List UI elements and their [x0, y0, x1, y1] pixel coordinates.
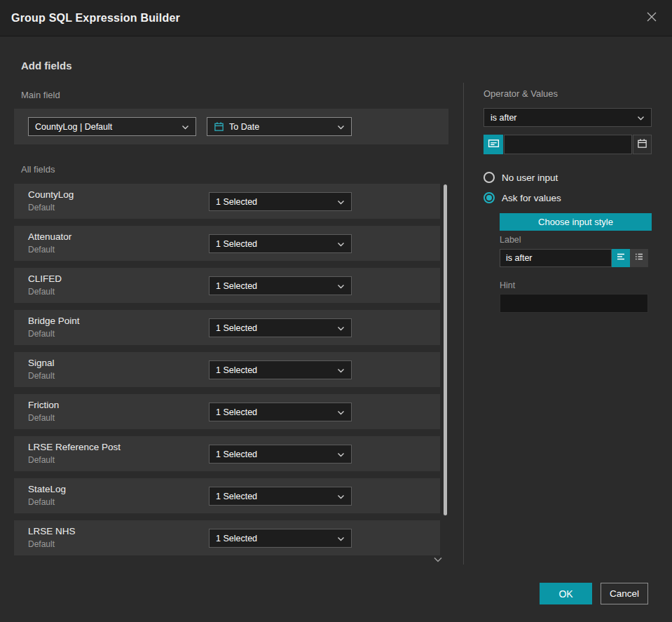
hint-caption: Hint	[500, 280, 515, 290]
main-field-label: Main field	[21, 90, 60, 100]
field-selected-dropdown[interactable]: 1 Selected	[209, 360, 352, 379]
chevron-down-icon	[181, 122, 189, 132]
field-selected-value: 1 Selected	[216, 239, 257, 249]
field-row: CLIFED Default 1 Selected	[14, 268, 440, 303]
manual-input-icon	[488, 137, 500, 152]
chevron-down-icon	[337, 239, 345, 249]
field-subtitle: Default	[28, 371, 55, 381]
field-name: Friction	[28, 400, 59, 410]
dialog-title: Group SQL Expression Builder	[11, 12, 180, 25]
field-name: LRSE NHS	[28, 526, 76, 536]
field-name: Attenuator	[28, 231, 71, 242]
manual-input-toggle-button[interactable]	[484, 135, 503, 154]
field-selected-dropdown[interactable]: 1 Selected	[209, 318, 352, 337]
field-selected-dropdown[interactable]: 1 Selected	[209, 529, 352, 548]
field-row: Attenuator Default 1 Selected	[14, 226, 440, 261]
field-selected-value: 1 Selected	[216, 534, 257, 543]
scrollbar-thumb[interactable]	[444, 184, 447, 515]
chevron-down-icon	[337, 492, 345, 501]
align-left-button[interactable]	[612, 249, 630, 267]
field-row: LRSE NHS Default 1 Selected	[14, 520, 440, 555]
field-selected-dropdown[interactable]: 1 Selected	[209, 403, 352, 421]
operator-values-heading: Operator & Values	[484, 88, 558, 99]
add-fields-heading: Add fields	[21, 60, 72, 72]
field-row: Bridge Point Default 1 Selected	[14, 310, 440, 345]
ok-button[interactable]: OK	[540, 583, 592, 604]
scroll-down-icon[interactable]	[431, 555, 445, 564]
chevron-down-icon	[337, 197, 345, 207]
field-selected-value: 1 Selected	[216, 365, 257, 375]
chevron-down-icon	[337, 407, 345, 417]
calendar-icon	[214, 121, 224, 132]
all-fields-list: CountyLog Default 1 Selected Attenuator …	[14, 184, 440, 555]
radio-label: Ask for values	[502, 193, 561, 203]
calendar-icon	[637, 138, 647, 151]
operator-select[interactable]: is after	[484, 108, 652, 127]
dialog-header: Group SQL Expression Builder	[0, 0, 672, 36]
group-sql-expression-builder-dialog: Group SQL Expression Builder Add fields …	[0, 0, 672, 622]
field-selected-value: 1 Selected	[216, 323, 257, 333]
date-picker-button[interactable]	[633, 135, 652, 154]
radio-selected-icon	[484, 192, 495, 203]
list-style-button[interactable]	[630, 249, 648, 267]
radio-ask-for-values[interactable]: Ask for values	[484, 192, 561, 203]
list-icon	[634, 252, 644, 264]
chevron-down-icon	[337, 122, 345, 132]
chevron-down-icon	[637, 113, 645, 123]
field-subtitle: Default	[28, 455, 55, 465]
field-name: StateLog	[28, 484, 66, 494]
radio-label: No user input	[502, 173, 558, 183]
choose-input-style-button[interactable]: Choose input style	[500, 213, 652, 231]
field-name: CLIFED	[28, 273, 62, 284]
field-subtitle: Default	[28, 203, 55, 212]
field-subtitle: Default	[28, 497, 55, 507]
radio-no-user-input[interactable]: No user input	[484, 172, 558, 183]
field-row: LRSE Reference Post Default 1 Selected	[14, 436, 440, 471]
label-input[interactable]	[500, 249, 612, 267]
close-icon	[645, 11, 658, 26]
vertical-divider	[463, 83, 464, 564]
chevron-down-icon	[337, 534, 345, 543]
field-selected-value: 1 Selected	[216, 407, 257, 417]
align-left-icon	[616, 252, 626, 264]
radio-icon	[484, 172, 495, 183]
field-selected-dropdown[interactable]: 1 Selected	[209, 234, 352, 253]
chevron-down-icon	[337, 365, 345, 375]
label-caption: Label	[500, 235, 521, 245]
date-value-input[interactable]	[504, 135, 632, 154]
chevron-down-icon	[337, 323, 345, 333]
operator-select-value: is after	[491, 113, 517, 123]
field-selected-dropdown[interactable]: 1 Selected	[209, 276, 352, 295]
field-subtitle: Default	[28, 413, 55, 423]
field-selected-dropdown[interactable]: 1 Selected	[209, 445, 352, 464]
field-selected-value: 1 Selected	[216, 492, 257, 501]
field-selected-value: 1 Selected	[216, 449, 257, 459]
main-field-select[interactable]: CountyLog | Default	[28, 117, 196, 136]
field-row: Signal Default 1 Selected	[14, 352, 440, 387]
cancel-button[interactable]: Cancel	[601, 583, 648, 604]
field-selected-value: 1 Selected	[216, 281, 257, 291]
field-subtitle: Default	[28, 329, 55, 339]
main-field-select-value: CountyLog | Default	[35, 122, 112, 132]
field-name: CountyLog	[28, 189, 74, 200]
field-selected-dropdown[interactable]: 1 Selected	[209, 192, 352, 211]
field-name: LRSE Reference Post	[28, 442, 121, 452]
date-field-select[interactable]: To Date	[207, 117, 352, 136]
close-button[interactable]	[643, 9, 661, 27]
field-row: StateLog Default 1 Selected	[14, 478, 440, 513]
field-row: CountyLog Default 1 Selected	[14, 184, 440, 219]
chevron-down-icon	[337, 281, 345, 291]
field-subtitle: Default	[28, 539, 55, 549]
chevron-down-icon	[337, 449, 345, 459]
hint-input[interactable]	[500, 294, 648, 313]
field-subtitle: Default	[28, 245, 55, 255]
field-name: Signal	[28, 358, 55, 368]
all-fields-label: All fields	[21, 164, 55, 175]
field-subtitle: Default	[28, 287, 55, 297]
field-selected-value: 1 Selected	[216, 197, 257, 207]
field-selected-dropdown[interactable]: 1 Selected	[209, 487, 352, 506]
date-field-select-value: To Date	[229, 122, 259, 132]
main-field-panel: CountyLog | Default To Date	[14, 109, 448, 144]
field-name: Bridge Point	[28, 316, 80, 326]
field-row: Friction Default 1 Selected	[14, 394, 440, 429]
